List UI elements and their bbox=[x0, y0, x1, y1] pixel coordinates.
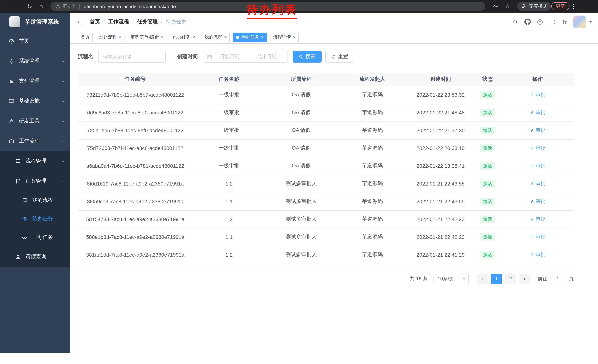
tab-done-tasks[interactable]: 已办任务 × bbox=[170, 32, 198, 42]
font-size-icon[interactable] bbox=[561, 18, 568, 25]
sidebar-item-system[interactable]: 系统管理 bbox=[0, 51, 70, 71]
cell-initiator: 芋道源码 bbox=[337, 86, 407, 104]
eye-icon bbox=[22, 216, 28, 222]
search-form: 流程名 创建时间 开始日期 - 结束日期 搜索 重置 bbox=[78, 51, 573, 63]
goto-page-input[interactable] bbox=[550, 274, 566, 284]
sidebar-item-leave-query[interactable]: 请假查询 bbox=[0, 247, 70, 267]
sidebar-item-my-processes[interactable]: 我的流程 bbox=[0, 191, 70, 210]
approve-link[interactable]: 审批 bbox=[530, 180, 545, 187]
pagination: 共 16 条 10条/页 ‹ 1 2 › 前往 页 bbox=[78, 274, 573, 284]
back-icon[interactable]: ← bbox=[1, 2, 10, 11]
incognito-badge: 无痕模式 bbox=[517, 2, 551, 11]
update-button[interactable]: 更新 bbox=[551, 2, 569, 10]
page-button-2[interactable]: 2 bbox=[505, 274, 516, 284]
cell-status: 激活 bbox=[473, 104, 502, 121]
sidebar-item-infrastructure[interactable]: 基础设施 bbox=[0, 91, 70, 111]
approve-link[interactable]: 审批 bbox=[530, 127, 545, 134]
close-icon[interactable]: × bbox=[293, 35, 295, 40]
page-size-select[interactable]: 10条/页 bbox=[433, 274, 469, 284]
cell-action: 审批 bbox=[502, 121, 573, 139]
tab-process-detail[interactable]: 流程详情 × bbox=[270, 32, 299, 42]
cell-status: 激活 bbox=[473, 157, 502, 175]
approve-link[interactable]: 审批 bbox=[530, 91, 545, 98]
task-table: 任务编号 任务名称 所属流程 流程发起人 创建时间 状态 操作 73211d9d… bbox=[78, 73, 573, 264]
col-process: 所属流程 bbox=[265, 73, 337, 86]
approve-link[interactable]: 审批 bbox=[530, 145, 545, 152]
edit-icon bbox=[530, 128, 534, 133]
edit-icon bbox=[530, 235, 534, 239]
sidebar-collapse-icon[interactable] bbox=[77, 18, 84, 25]
avatar[interactable] bbox=[573, 16, 586, 28]
reset-button[interactable]: 重置 bbox=[325, 51, 354, 63]
process-name-input[interactable] bbox=[98, 51, 166, 63]
breadcrumb-workflow[interactable]: 工作流程 bbox=[108, 18, 137, 25]
sidebar-item-process-management[interactable]: 流程管理 bbox=[0, 151, 70, 171]
github-icon[interactable] bbox=[524, 18, 531, 25]
security-label[interactable]: 不安全 bbox=[63, 3, 76, 9]
close-icon[interactable]: × bbox=[261, 35, 264, 40]
cell-created: 2022-01-22 20:33:10 bbox=[407, 139, 473, 157]
cell-status: 激活 bbox=[473, 86, 502, 104]
tags-view-bar: 首页 发起流程 × 流程表单-编辑 × 已办任务 × 我的流程 × 待办任务 ×… bbox=[70, 31, 598, 44]
help-icon[interactable] bbox=[537, 18, 543, 25]
prev-page-button[interactable]: ‹ bbox=[477, 274, 488, 284]
menu-dots-icon[interactable]: ⋮ bbox=[569, 2, 578, 11]
url-text[interactable]: dashboard.yudao.iocoder.cn/bpm/task/todo bbox=[84, 4, 176, 9]
cell-action: 审批 bbox=[502, 139, 573, 157]
approve-link[interactable]: 审批 bbox=[530, 251, 545, 258]
key-icon[interactable] bbox=[491, 2, 500, 11]
close-icon[interactable]: × bbox=[161, 35, 163, 40]
status-badge: 激活 bbox=[480, 233, 495, 241]
date-range-picker[interactable]: 开始日期 - 结束日期 bbox=[203, 51, 288, 63]
tab-home[interactable]: 首页 bbox=[78, 32, 93, 42]
sidebar-item-payment[interactable]: ¥ 支付管理 bbox=[0, 71, 70, 91]
tab-my-processes[interactable]: 我的流程 × bbox=[201, 32, 230, 42]
tab-start-process[interactable]: 发起流程 × bbox=[96, 32, 124, 42]
cell-task-id: 8f059c03-7ac8-11ec-a9e2-a2380e71991a bbox=[78, 193, 193, 210]
browser-toolbar: ← → ↻ ⌂ 不安全 dashboard.yudao.iocoder.cn/b… bbox=[0, 0, 598, 13]
table-row: a6aba0a4-7b6d-11ec-b781-acde48001122一级审批… bbox=[78, 157, 573, 175]
breadcrumb-home[interactable]: 首页 bbox=[90, 18, 108, 25]
sidebar-item-task-management[interactable]: 任务管理 bbox=[0, 171, 70, 191]
close-icon[interactable]: × bbox=[224, 35, 227, 40]
cell-task-name: 1.2 bbox=[193, 175, 265, 193]
sidebar-item-workflow[interactable]: 工作流程 bbox=[0, 131, 70, 151]
approve-link[interactable]: 审批 bbox=[530, 234, 545, 240]
col-created: 创建时间 bbox=[407, 73, 473, 86]
page-button-1[interactable]: 1 bbox=[491, 274, 502, 284]
star-icon[interactable]: ☆ bbox=[503, 2, 512, 11]
cell-process: 测试多审批人 bbox=[265, 228, 337, 246]
sidebar-item-devtools[interactable]: 研发工具 bbox=[0, 111, 70, 131]
sidebar-item-home[interactable]: 首页 bbox=[0, 31, 70, 51]
sidebar-item-todo-tasks[interactable]: 待办任务 bbox=[0, 210, 70, 228]
reload-icon[interactable]: ↻ bbox=[25, 2, 34, 11]
tab-todo-tasks[interactable]: 待办任务 × bbox=[233, 32, 267, 42]
approve-link[interactable]: 审批 bbox=[530, 216, 545, 223]
chat-icon bbox=[22, 197, 28, 203]
search-button[interactable]: 搜索 bbox=[293, 51, 322, 63]
forward-icon[interactable]: → bbox=[13, 2, 22, 11]
approve-link[interactable]: 审批 bbox=[530, 109, 545, 116]
home-icon[interactable]: ⌂ bbox=[37, 2, 46, 11]
cell-created: 2022-01-21 22:42:23 bbox=[407, 210, 473, 228]
monitor-icon bbox=[8, 98, 15, 104]
sidebar-item-done-tasks[interactable]: 已办任务 bbox=[0, 228, 70, 247]
breadcrumb-task-management[interactable]: 任务管理 bbox=[137, 18, 166, 25]
total-count: 共 16 条 bbox=[410, 275, 428, 282]
app-logo[interactable]: 芋道管理系统 bbox=[0, 13, 70, 31]
chevron-down-icon[interactable] bbox=[589, 21, 592, 23]
approve-link[interactable]: 审批 bbox=[530, 198, 545, 205]
close-icon[interactable]: × bbox=[192, 35, 195, 40]
approve-link[interactable]: 审批 bbox=[530, 162, 545, 169]
tab-process-form-edit[interactable]: 流程表单-编辑 × bbox=[128, 32, 166, 42]
fullscreen-icon[interactable] bbox=[549, 18, 555, 25]
search-icon[interactable] bbox=[512, 18, 519, 25]
cell-initiator: 芋道源码 bbox=[337, 210, 407, 228]
cell-initiator: 芋道源码 bbox=[337, 175, 407, 193]
cell-task-id: a6aba0a4-7b6d-11ec-b781-acde48001122 bbox=[78, 157, 193, 175]
next-page-button[interactable]: › bbox=[519, 274, 530, 284]
create-time-label: 创建时间 bbox=[177, 53, 198, 60]
breadcrumb: 首页 工作流程 任务管理 待办任务 bbox=[90, 18, 193, 25]
close-icon[interactable]: × bbox=[119, 35, 121, 40]
cell-initiator: 芋道源码 bbox=[337, 157, 407, 175]
